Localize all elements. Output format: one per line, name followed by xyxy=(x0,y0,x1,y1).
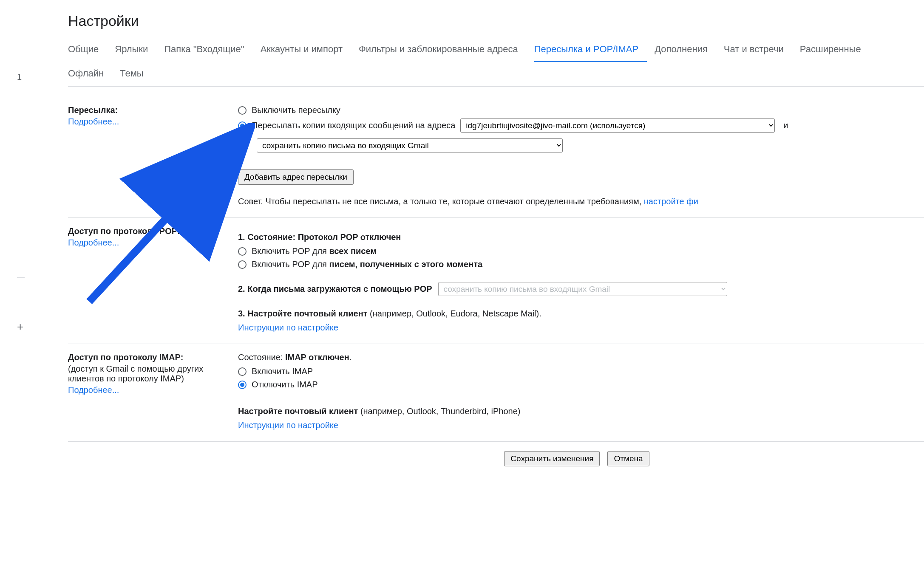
forwarding-address-select[interactable]: idg7jeubrtiujivosite@jivo-mail.com (испо… xyxy=(460,119,775,133)
pop-step2-label: 2. Когда письма загружаются с помощью PO… xyxy=(238,284,432,294)
pop-enable-all-label: Включить POP для всех писем xyxy=(252,246,377,256)
imap-disable-radio[interactable] xyxy=(238,381,247,389)
pop-instructions-link[interactable]: Инструкции по настройке xyxy=(238,323,338,332)
tab-accounts[interactable]: Аккаунты и импорт xyxy=(261,38,351,62)
imap-learn-more-link[interactable]: Подробнее... xyxy=(68,385,119,395)
forwarding-on-label: Пересылать копии входящих сообщений на а… xyxy=(252,121,455,130)
gutter-plus-icon[interactable]: + xyxy=(17,320,30,333)
section-imap: Доступ по протоколу IMAP: (доступ к Gmai… xyxy=(68,344,924,442)
forwarding-tip-text: Совет. Чтобы пересылать не все письма, а… xyxy=(238,197,644,206)
forwarding-off-label: Выключить пересылку xyxy=(252,105,340,115)
forwarding-off-radio[interactable] xyxy=(238,106,247,115)
cancel-button[interactable]: Отмена xyxy=(607,451,649,466)
tab-chat[interactable]: Чат и встречи xyxy=(724,38,792,62)
tab-advanced[interactable]: Расширенные xyxy=(800,38,870,62)
imap-status-prefix: Состояние: xyxy=(238,353,285,362)
imap-disable-label: Отключить IMAP xyxy=(252,380,318,389)
pop-step3-bold: 3. Настройте почтовый клиент xyxy=(238,309,368,318)
add-forwarding-address-button[interactable]: Добавить адрес пересылки xyxy=(238,169,354,185)
tab-forwarding-pop-imap[interactable]: Пересылка и POP/IMAP xyxy=(534,38,647,62)
forwarding-and-word: и xyxy=(783,121,788,130)
pop-keep-select: сохранить копию письма во входящих Gmail xyxy=(438,282,727,296)
save-button[interactable]: Сохранить изменения xyxy=(504,451,600,466)
forwarding-keep-select[interactable]: сохранить копию письма во входящих Gmail xyxy=(257,138,563,152)
tab-filters[interactable]: Фильтры и заблокированные адреса xyxy=(359,38,527,62)
tab-labels[interactable]: Ярлыки xyxy=(115,38,156,62)
forwarding-on-radio[interactable] xyxy=(238,121,247,130)
pop-status-prefix: 1. Состояние: xyxy=(238,232,298,242)
pop-status-value: Протокол POP отключен xyxy=(298,232,401,242)
imap-status-value: IMAP отключен xyxy=(285,353,349,362)
tab-addons[interactable]: Дополнения xyxy=(655,38,716,62)
tab-inbox[interactable]: Папка "Входящие" xyxy=(164,38,252,62)
pop-enable-all-radio[interactable] xyxy=(238,247,247,256)
page-title: Настройки xyxy=(68,0,924,38)
imap-instructions-link[interactable]: Инструкции по настройке xyxy=(238,420,338,430)
forwarding-learn-more-link[interactable]: Подробнее... xyxy=(68,117,119,126)
pop-step3-rest: (например, Outlook, Eudora, Netscape Mai… xyxy=(368,309,541,318)
action-bar: Сохранить изменения Отмена xyxy=(230,442,924,471)
imap-client-bold: Настройте почтовый клиент xyxy=(238,406,358,416)
tab-general[interactable]: Общие xyxy=(68,38,107,62)
forwarding-tip-link[interactable]: настройте фи xyxy=(644,197,698,206)
left-gutter: 1 + xyxy=(17,72,30,333)
gutter-number: 1 xyxy=(17,72,30,82)
tab-offline[interactable]: Офлайн xyxy=(68,62,112,86)
gutter-divider xyxy=(17,277,25,278)
imap-client-rest: (например, Outlook, Thunderbird, iPhone) xyxy=(358,406,520,416)
imap-enable-label: Включить IMAP xyxy=(252,367,313,376)
pop-enable-now-radio[interactable] xyxy=(238,260,247,269)
section-forwarding: Пересылка: Подробнее... Выключить пересы… xyxy=(68,97,924,218)
imap-status-dot: . xyxy=(349,353,352,362)
pop-learn-more-link[interactable]: Подробнее... xyxy=(68,238,119,247)
pop-enable-now-label: Включить POP для писем, полученных с это… xyxy=(252,260,482,269)
tab-themes[interactable]: Темы xyxy=(120,62,152,86)
imap-label: Доступ по протоколу IMAP: xyxy=(68,353,238,362)
imap-sublabel: (доступ к Gmail с помощью других клиенто… xyxy=(68,364,238,384)
imap-enable-radio[interactable] xyxy=(238,367,247,376)
section-pop: Доступ по протоколу POP: Подробнее... 1.… xyxy=(68,218,924,344)
settings-tabs: Общие Ярлыки Папка "Входящие" Аккаунты и… xyxy=(68,38,924,87)
forwarding-label: Пересылка: xyxy=(68,105,238,115)
pop-label: Доступ по протоколу POP: xyxy=(68,226,238,236)
